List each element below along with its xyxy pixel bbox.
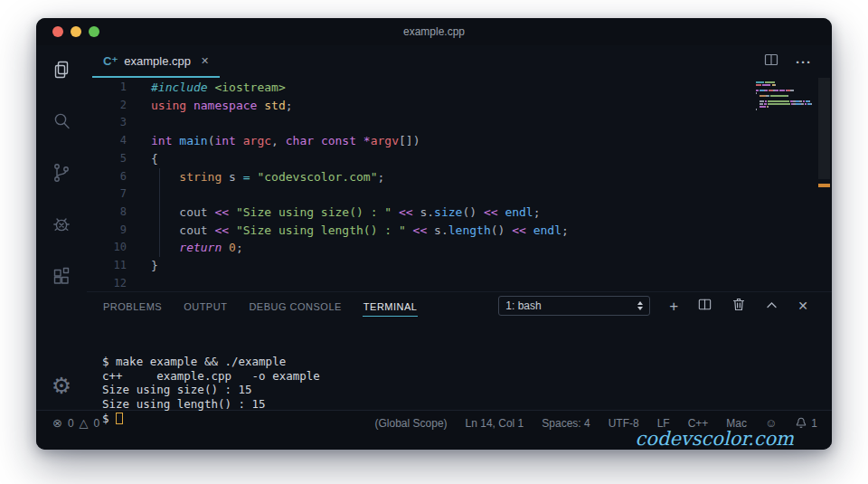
error-count: 0 <box>68 417 74 430</box>
terminal-line: Size using size() : 15 <box>102 383 832 397</box>
scrollbar-thumb[interactable] <box>818 78 830 179</box>
new-terminal-icon[interactable]: + <box>669 299 678 314</box>
error-icon: ⊗ <box>52 416 62 430</box>
code-editor[interactable]: 123456789101112 #include <iostream>using… <box>87 78 832 291</box>
line-number: 3 <box>87 114 127 132</box>
code-line <box>151 185 569 204</box>
cpp-file-icon: C⁺ <box>103 54 118 68</box>
tab-close-icon[interactable]: ✕ <box>201 55 209 67</box>
code-token: using <box>151 99 186 112</box>
code-token: () <box>462 205 476 219</box>
source-control-icon[interactable] <box>50 161 73 185</box>
panel-tab-terminal[interactable]: TERMINAL <box>363 296 419 317</box>
split-terminal-icon[interactable] <box>697 297 712 316</box>
line-number: 10 <box>87 239 127 257</box>
minimap[interactable] <box>756 81 812 114</box>
more-actions-icon[interactable]: ··· <box>796 54 812 70</box>
overview-ruler-marker <box>818 184 830 187</box>
code-line: cout << "Size using size() : " << s.size… <box>151 204 569 222</box>
line-number: 4 <box>87 132 127 150</box>
maximize-panel-icon[interactable] <box>765 298 778 314</box>
code-token <box>222 241 229 254</box>
code-token: []) <box>399 134 420 147</box>
code-token: return <box>179 241 222 254</box>
explorer-icon[interactable] <box>50 58 73 81</box>
activity-bar: ⚙ <box>36 45 87 410</box>
code-token <box>356 134 363 147</box>
code-token <box>151 241 179 254</box>
panel-tab-output[interactable]: OUTPUT <box>183 296 228 317</box>
tab-example-cpp[interactable]: C⁺ example.cpp ✕ <box>92 45 220 78</box>
code-token: , <box>271 134 286 147</box>
terminal-line: c++ example.cpp -o example <box>102 369 832 384</box>
minimap-line <box>756 87 812 89</box>
search-icon[interactable] <box>50 109 73 133</box>
line-number: 7 <box>87 185 127 204</box>
terminal-line: $ <box>102 412 832 426</box>
code-token: * <box>363 134 371 147</box>
terminal-line: $ make example && ./example <box>102 355 832 369</box>
kill-terminal-icon[interactable] <box>731 297 746 316</box>
code-token: argv <box>371 134 399 147</box>
code-token: ; <box>377 170 384 184</box>
indent-guide <box>159 168 160 257</box>
code-token: cout <box>179 205 207 219</box>
shell-select-value: 1: bash <box>505 299 541 312</box>
bottom-panel: PROBLEMSOUTPUTDEBUG CONSOLETERMINAL 1: b… <box>87 291 832 450</box>
code-token <box>151 205 179 219</box>
code-token: << <box>214 205 229 219</box>
extensions-icon[interactable] <box>50 264 73 288</box>
terminal[interactable]: $ make example && ./examplec++ example.c… <box>87 319 832 450</box>
watermark: codevscolor.com <box>636 432 794 447</box>
code-token <box>392 205 399 219</box>
code-token: "codevscolor.com" <box>257 170 377 184</box>
code-token: "Size using size() : " <box>236 205 392 219</box>
window-title: example.cpp <box>36 25 832 38</box>
tab-bar: C⁺ example.cpp ✕ ··· <box>87 45 832 78</box>
minimap-line <box>756 81 812 83</box>
code-token: << <box>214 223 229 237</box>
tab-label: example.cpp <box>124 54 191 68</box>
code-token: s <box>222 170 242 184</box>
code-token: namespace <box>193 99 257 112</box>
minimap-line <box>756 95 812 97</box>
code-token: char <box>286 134 314 147</box>
minimize-window-button[interactable] <box>71 26 81 37</box>
code-token: } <box>151 259 158 272</box>
panel-tab-problems[interactable]: PROBLEMS <box>102 296 163 317</box>
code-line: cout << "Size using length() : " << s.le… <box>151 222 569 240</box>
titlebar: example.cpp <box>36 18 832 45</box>
minimap-line <box>756 98 812 100</box>
line-number: 12 <box>87 275 127 293</box>
code-token: length <box>448 223 491 237</box>
code-line: #include <iostream> <box>151 79 569 97</box>
code-line: string s = "codevscolor.com"; <box>151 168 569 186</box>
code-token <box>314 134 321 147</box>
code-line: { <box>151 150 569 168</box>
code-token: { <box>151 152 158 166</box>
code-token: endl <box>533 223 561 237</box>
code-token <box>236 134 243 147</box>
close-window-button[interactable] <box>52 26 63 37</box>
code-token: ; <box>286 99 293 112</box>
code-token: int <box>151 134 172 147</box>
code-line <box>151 114 569 132</box>
code-token: cout <box>179 223 207 237</box>
code-token <box>151 170 179 184</box>
code-line: int main(int argc, char const *argv[]) <box>151 132 569 150</box>
code-token: endl <box>505 205 533 219</box>
minimap-line <box>756 106 812 108</box>
debug-icon[interactable] <box>50 213 73 236</box>
code-token <box>406 223 413 237</box>
code-token: string <box>179 170 222 184</box>
panel-tab-debug-console[interactable]: DEBUG CONSOLE <box>248 296 342 317</box>
code-token: int <box>214 134 235 147</box>
terminal-shell-select[interactable]: 1: bash <box>498 296 650 316</box>
minimap-line <box>756 100 812 102</box>
code-token <box>229 223 236 237</box>
close-panel-icon[interactable]: ✕ <box>797 299 808 312</box>
code-token: << <box>413 223 428 237</box>
settings-gear-icon[interactable]: ⚙ <box>52 375 71 397</box>
split-editor-icon[interactable] <box>763 52 779 71</box>
zoom-window-button[interactable] <box>89 26 99 37</box>
